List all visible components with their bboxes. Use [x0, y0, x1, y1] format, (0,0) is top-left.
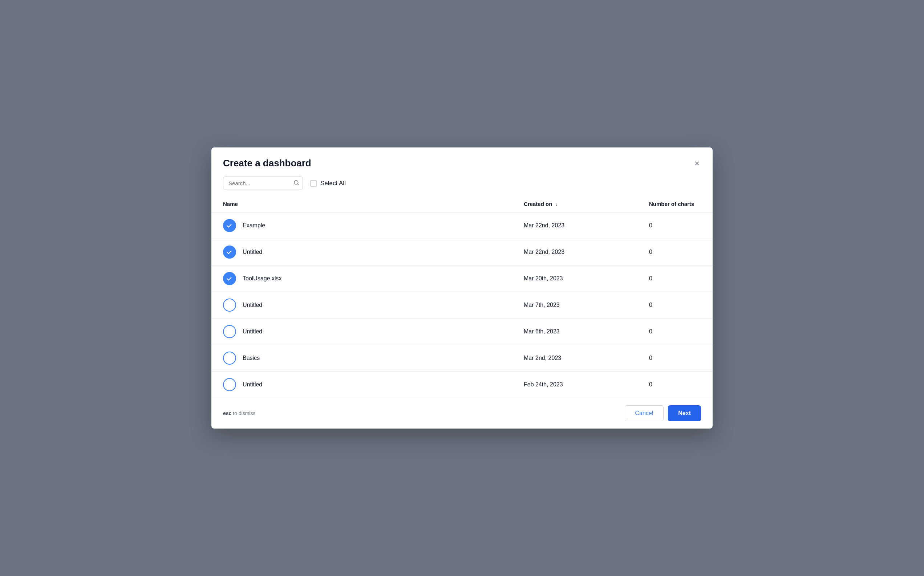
- create-dashboard-modal: Create a dashboard × Select All: [211, 147, 713, 429]
- table-cell-name: ToolUsage.xlsx: [211, 266, 512, 292]
- row-name-label: Untitled: [243, 328, 262, 335]
- table-cell-charts: 0: [638, 213, 713, 239]
- row-name-label: Basics: [243, 355, 260, 362]
- row-name-label: Untitled: [243, 249, 262, 255]
- row-name-label: Untitled: [243, 302, 262, 308]
- search-container: [223, 176, 303, 190]
- select-all-container[interactable]: Select All: [310, 180, 346, 187]
- table-cell-charts: 0: [638, 345, 713, 371]
- modal-header: Create a dashboard ×: [211, 147, 713, 176]
- modal-toolbar: Select All: [211, 176, 713, 196]
- row-checkbox[interactable]: [223, 325, 236, 338]
- table-cell-name: Untitled: [211, 318, 512, 345]
- esc-hint: esc to dismiss: [223, 410, 255, 416]
- row-name-label: Untitled: [243, 381, 262, 388]
- table-cell-charts: 0: [638, 239, 713, 266]
- table-cell-charts: 0: [638, 266, 713, 292]
- table-cell-created: Mar 7th, 2023: [512, 292, 638, 318]
- dismiss-label: to dismiss: [233, 410, 255, 416]
- modal-overlay: Create a dashboard × Select All: [0, 0, 924, 576]
- table-cell-charts: 0: [638, 371, 713, 398]
- next-button[interactable]: Next: [668, 405, 701, 421]
- table-cell-created: Mar 2nd, 2023: [512, 345, 638, 371]
- table-cell-name: Untitled: [211, 292, 512, 318]
- table-cell-created: Mar 22nd, 2023: [512, 239, 638, 266]
- table-cell-created: Feb 24th, 2023: [512, 371, 638, 398]
- modal-footer: esc to dismiss Cancel Next: [211, 398, 713, 429]
- row-checkbox[interactable]: [223, 299, 236, 312]
- modal-title: Create a dashboard: [223, 158, 311, 169]
- row-checkbox[interactable]: [223, 245, 236, 259]
- table-cell-created: Mar 20th, 2023: [512, 266, 638, 292]
- row-checkbox[interactable]: [223, 352, 236, 365]
- row-checkbox[interactable]: [223, 219, 236, 232]
- col-header-charts: Number of charts: [638, 196, 713, 213]
- search-input[interactable]: [223, 176, 303, 190]
- row-checkbox[interactable]: [223, 272, 236, 285]
- table-cell-name: Basics: [211, 345, 512, 371]
- table-cell-name: Untitled: [211, 239, 512, 266]
- cancel-button[interactable]: Cancel: [625, 405, 664, 421]
- col-header-name: Name: [211, 196, 512, 213]
- row-name-label: ToolUsage.xlsx: [243, 275, 282, 282]
- table-row: ToolUsage.xlsxMar 20th, 20230: [211, 266, 713, 292]
- esc-key: esc: [223, 410, 231, 416]
- table-row: UntitledMar 6th, 20230: [211, 318, 713, 345]
- sort-desc-icon: ↓: [555, 202, 558, 207]
- table-cell-name: Example: [211, 213, 512, 239]
- table-cell-charts: 0: [638, 318, 713, 345]
- dashboard-table-container: Name Created on ↓ Number of charts Examp…: [211, 196, 713, 398]
- table-header-row: Name Created on ↓ Number of charts: [211, 196, 713, 213]
- row-checkbox[interactable]: [223, 378, 236, 391]
- select-all-label: Select All: [320, 180, 346, 187]
- select-all-checkbox[interactable]: [310, 180, 317, 187]
- dashboard-table: Name Created on ↓ Number of charts Examp…: [211, 196, 713, 398]
- close-button[interactable]: ×: [693, 158, 701, 169]
- col-header-created[interactable]: Created on ↓: [512, 196, 638, 213]
- footer-buttons: Cancel Next: [625, 405, 701, 421]
- table-row: UntitledMar 22nd, 20230: [211, 239, 713, 266]
- table-cell-charts: 0: [638, 292, 713, 318]
- table-cell-name: Untitled: [211, 371, 512, 398]
- row-name-label: Example: [243, 222, 265, 229]
- table-cell-created: Mar 6th, 2023: [512, 318, 638, 345]
- table-row: ExampleMar 22nd, 20230: [211, 213, 713, 239]
- table-row: BasicsMar 2nd, 20230: [211, 345, 713, 371]
- table-cell-created: Mar 22nd, 2023: [512, 213, 638, 239]
- table-row: UntitledMar 7th, 20230: [211, 292, 713, 318]
- table-row: UntitledFeb 24th, 20230: [211, 371, 713, 398]
